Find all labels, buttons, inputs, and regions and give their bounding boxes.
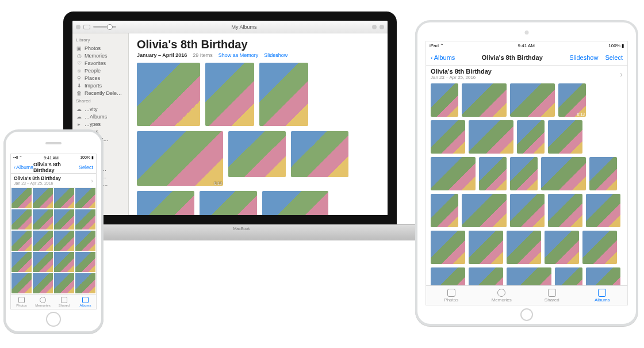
photo-thumbnail[interactable] <box>462 194 507 227</box>
home-button[interactable] <box>520 308 533 321</box>
memories-icon <box>40 297 46 303</box>
show-as-memory-button[interactable]: Show as Memory <box>218 52 259 58</box>
photo-thumbnail[interactable] <box>548 194 582 227</box>
chevron-right-icon: › <box>620 70 623 79</box>
photo-thumbnail[interactable] <box>11 273 32 294</box>
tab-photos[interactable]: Photos <box>11 295 32 309</box>
photo-thumbnail[interactable] <box>53 230 75 251</box>
sidebar-item[interactable]: ▸…ypes <box>72 120 128 128</box>
tab-label: Memories <box>35 304 50 307</box>
photo-thumbnail[interactable] <box>510 83 555 117</box>
photo-thumbnail[interactable] <box>75 209 96 230</box>
sidebar-header: Shared <box>72 97 128 105</box>
tab-shared[interactable]: Shared <box>53 295 75 309</box>
photo-thumbnail[interactable] <box>32 273 53 294</box>
photo-thumbnail[interactable] <box>75 273 96 294</box>
album-subtitle: Olivia's 8th Birthday <box>14 175 61 181</box>
photo-thumbnail[interactable] <box>469 120 513 154</box>
album-header[interactable]: Olivia's 8th Birthday Jan 23 – Apr 25, 2… <box>11 174 96 188</box>
photo-thumbnail[interactable] <box>11 230 32 251</box>
slideshow-button[interactable]: Slideshow <box>569 54 598 61</box>
photo-thumbnail[interactable] <box>137 63 200 126</box>
slideshow-button[interactable]: Slideshow <box>264 52 288 58</box>
photo-thumbnail[interactable]: 0:13 <box>137 131 223 186</box>
photo-thumbnail[interactable] <box>462 83 507 117</box>
view-toggle-icon[interactable] <box>83 25 90 29</box>
photo-thumbnail[interactable] <box>205 63 254 126</box>
sidebar-item[interactable]: ☁…Albums <box>72 113 128 120</box>
photo-thumbnail[interactable] <box>53 273 75 294</box>
tab-albums[interactable]: Albums <box>577 286 628 305</box>
photo-thumbnail[interactable] <box>431 120 465 154</box>
photo-thumbnail[interactable] <box>589 157 617 190</box>
photo-thumbnail[interactable] <box>53 188 75 209</box>
sidebar-item[interactable]: ☁…vity <box>72 105 128 113</box>
photo-thumbnail[interactable] <box>510 157 538 190</box>
photo-thumbnail[interactable]: 0:28 <box>137 191 194 215</box>
select-button[interactable]: Select <box>605 54 623 61</box>
albums-icon <box>82 297 89 303</box>
photo-thumbnail[interactable] <box>228 131 286 177</box>
photo-thumbnail[interactable] <box>32 230 53 251</box>
album-header[interactable]: Olivia's 8th Birthday Jan 23 – Apr 25, 2… <box>426 66 627 83</box>
photo-thumbnail[interactable] <box>32 251 53 273</box>
select-button[interactable]: Select <box>79 165 93 170</box>
photo-thumbnail[interactable] <box>32 209 53 230</box>
photo-thumbnail[interactable] <box>11 188 32 209</box>
photo-thumbnail[interactable] <box>431 157 476 190</box>
photo-thumbnail[interactable] <box>431 231 465 264</box>
sidebar-item[interactable]: ♡Favorites <box>72 59 128 67</box>
sidebar-item[interactable]: ▣Photos <box>72 44 128 52</box>
photo-thumbnail[interactable] <box>11 251 32 273</box>
photo-thumbnail[interactable] <box>32 188 53 209</box>
back-button[interactable]: ‹ Albums <box>431 54 455 61</box>
tab-memories[interactable]: Memories <box>477 286 527 305</box>
home-button[interactable] <box>46 312 61 327</box>
photo-thumbnail[interactable] <box>431 194 458 227</box>
photo-thumbnail[interactable]: 0:13 <box>558 83 586 117</box>
tab-albums[interactable]: Albums <box>75 295 96 309</box>
photo-grid: 0:13 <box>426 83 627 305</box>
tab-shared[interactable]: Shared <box>527 286 577 305</box>
photo-thumbnail[interactable] <box>431 83 458 117</box>
nav-bar: ‹ Albums Olivia's 8th Birthday Select <box>11 161 96 174</box>
sidebar-item[interactable]: 🗑Recently Dele… <box>72 89 128 97</box>
status-left: iPad ⌃ <box>430 43 444 48</box>
share-icon[interactable] <box>379 25 384 29</box>
sidebar-item[interactable]: ⬇Imports <box>72 82 128 89</box>
photo-thumbnail[interactable] <box>479 157 507 190</box>
photo-thumbnail[interactable] <box>11 209 32 230</box>
back-button[interactable]: ‹ Albums <box>14 165 33 170</box>
photo-thumbnail[interactable] <box>75 251 96 273</box>
tab-memories[interactable]: Memories <box>32 295 53 309</box>
photo-thumbnail[interactable] <box>75 188 96 209</box>
photo-thumbnail[interactable] <box>469 231 503 264</box>
iphone-device: ••ll ⌃ 9:41 AM 100% ▮ ‹ Albums Olivia's … <box>3 129 103 334</box>
tab-photos[interactable]: Photos <box>426 286 477 305</box>
photo-thumbnail[interactable] <box>545 231 579 264</box>
tab-label: Albums <box>79 304 91 307</box>
photo-thumbnail[interactable] <box>586 194 620 227</box>
photo-thumbnail[interactable] <box>200 191 257 215</box>
sidebar-item[interactable]: ☺People <box>72 67 128 74</box>
zoom-slider[interactable] <box>93 26 116 28</box>
photo-thumbnail[interactable] <box>259 63 308 126</box>
tab-label: Albums <box>595 297 610 303</box>
info-icon[interactable] <box>372 25 377 29</box>
photo-thumbnail[interactable] <box>510 194 545 227</box>
photo-thumbnail[interactable] <box>53 251 75 273</box>
photo-thumbnail[interactable] <box>541 157 586 190</box>
photo-thumbnail[interactable] <box>517 120 545 154</box>
photo-thumbnail[interactable] <box>291 131 348 177</box>
sidebar-item[interactable]: ◷Memories <box>72 52 128 59</box>
back-icon[interactable] <box>76 25 80 29</box>
photo-thumbnail[interactable] <box>53 209 75 230</box>
photo-thumbnail[interactable] <box>75 230 96 251</box>
status-bar: iPad ⌃ 9:41 AM 100% ▮ <box>426 41 627 49</box>
sidebar-item-label: People <box>85 68 101 74</box>
sidebar-item[interactable]: ⚲Places <box>72 74 128 82</box>
photo-thumbnail[interactable] <box>582 231 617 264</box>
photo-thumbnail[interactable] <box>507 231 541 264</box>
photo-thumbnail[interactable] <box>548 120 582 154</box>
photo-thumbnail[interactable] <box>262 191 328 215</box>
